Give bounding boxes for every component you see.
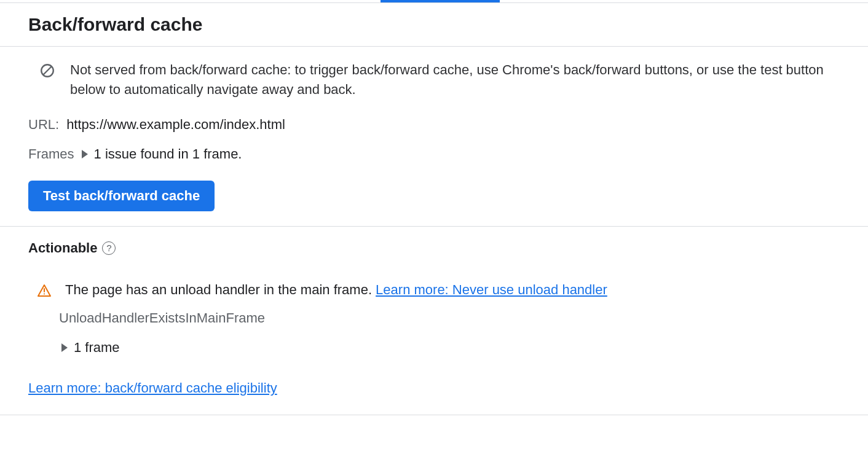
issue-frame-count: 1 frame bbox=[74, 340, 120, 356]
frames-summary: 1 issue found in 1 frame. bbox=[94, 146, 242, 162]
issue-row: The page has an unload handler in the ma… bbox=[28, 282, 840, 298]
chevron-right-icon bbox=[61, 343, 68, 352]
issue-frame-row[interactable]: 1 frame bbox=[59, 340, 840, 356]
not-allowed-icon bbox=[39, 63, 55, 79]
issue-learn-more-link[interactable]: Learn more: Never use unload handler bbox=[376, 282, 607, 297]
main-section: Not served from back/forward cache: to t… bbox=[0, 47, 868, 227]
actionable-header: Actionable ? bbox=[28, 240, 840, 256]
test-bfcache-button[interactable]: Test back/forward cache bbox=[28, 181, 215, 211]
panel-header: Back/forward cache bbox=[0, 3, 868, 47]
bfcache-panel: Back/forward cache Not served from back/… bbox=[0, 2, 868, 415]
warning-icon bbox=[37, 283, 52, 298]
url-label: URL: bbox=[28, 117, 59, 133]
issue-reason-code: UnloadHandlerExistsInMainFrame bbox=[59, 310, 840, 326]
actionable-section: Actionable ? The page has an unload hand… bbox=[0, 227, 868, 415]
actionable-heading: Actionable bbox=[28, 240, 97, 256]
eligibility-learn-more-link[interactable]: Learn more: back/forward cache eligibili… bbox=[28, 380, 277, 396]
status-message: Not served from back/forward cache: to t… bbox=[70, 60, 840, 100]
issue-description: The page has an unload handler in the ma… bbox=[65, 282, 376, 297]
issue-text: The page has an unload handler in the ma… bbox=[65, 282, 607, 298]
help-icon[interactable]: ? bbox=[102, 241, 116, 255]
chevron-right-icon bbox=[82, 150, 88, 158]
page-title: Back/forward cache bbox=[28, 14, 840, 35]
frames-row[interactable]: Frames 1 issue found in 1 frame. bbox=[28, 146, 840, 162]
status-row: Not served from back/forward cache: to t… bbox=[28, 60, 840, 100]
active-tab-indicator bbox=[0, 0, 868, 2]
url-row: URL: https://www.example.com/index.html bbox=[28, 117, 840, 133]
svg-line-1 bbox=[44, 67, 52, 75]
svg-point-3 bbox=[44, 293, 45, 294]
frames-label: Frames bbox=[28, 146, 74, 162]
url-value: https://www.example.com/index.html bbox=[66, 117, 285, 133]
